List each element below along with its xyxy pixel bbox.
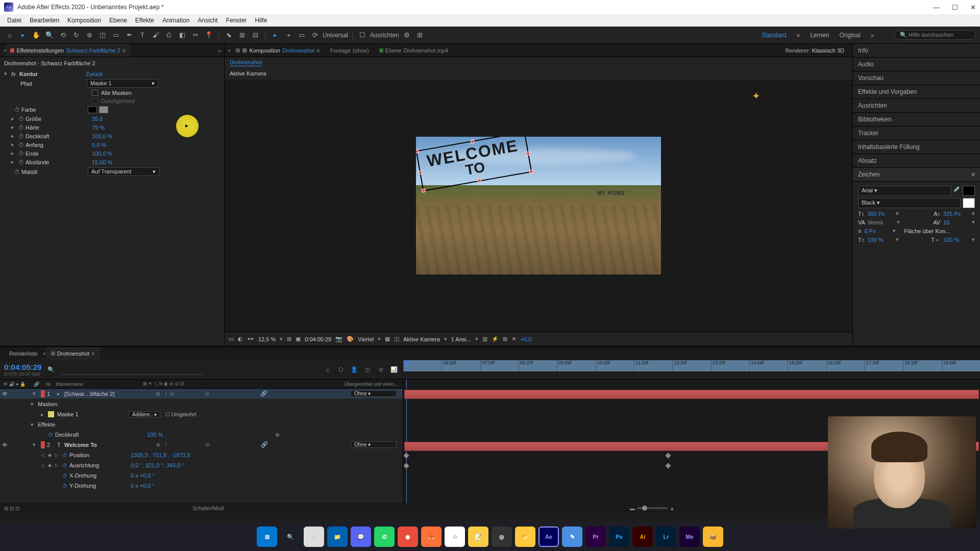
firefox-icon[interactable]: 🦊	[421, 527, 442, 547]
effects-presets-panel[interactable]: Effekte und Vorgaben	[853, 85, 980, 99]
layer-tab[interactable]: Ebene Drohnenshot.mp4	[374, 44, 453, 57]
malstil-dropdown[interactable]: Auf Transparent▾	[88, 167, 159, 176]
twirl-icon[interactable]: ▾	[33, 441, 39, 448]
font-size-value[interactable]: 300 Px	[867, 211, 893, 217]
snapshot-icon[interactable]: 📷	[335, 336, 342, 342]
stopwatch-icon[interactable]: ⏱	[14, 107, 21, 113]
stopwatch-icon[interactable]: ⏱	[62, 483, 69, 489]
stopwatch-icon[interactable]: ⏱	[18, 124, 26, 131]
stopwatch-icon[interactable]: ⏱	[18, 151, 26, 157]
menu-fenster[interactable]: Fenster	[222, 17, 251, 24]
current-timecode[interactable]: 0:04:05:29	[4, 363, 41, 371]
layer-color-tag[interactable]	[41, 441, 45, 448]
views-dropdown[interactable]: 1 Ansi...	[451, 336, 471, 342]
position-value[interactable]: 1305,3 , 751,8 , -1873,5	[131, 452, 190, 458]
snap-grid-icon[interactable]: ⊞	[414, 30, 426, 41]
menu-bearbeiten[interactable]: Bearbeiten	[26, 17, 63, 24]
camera-tool[interactable]: ⊕	[84, 30, 95, 41]
stopwatch-icon[interactable]: ⏱	[18, 142, 26, 148]
twirl-icon[interactable]: ▸	[11, 159, 18, 165]
folder-icon[interactable]: 📂	[515, 527, 535, 547]
composition-tab[interactable]: ▦ Komposition Drohnenshot ≡	[231, 44, 325, 57]
render-queue-tab[interactable]: Renderliste	[4, 347, 43, 360]
app-icon[interactable]: ✎	[562, 527, 582, 547]
eyedropper-icon[interactable]: 💉	[953, 186, 961, 196]
font-family-dropdown[interactable]: Arial ▾	[858, 186, 951, 196]
close-button[interactable]: ✕	[970, 4, 976, 11]
keyframe[interactable]	[403, 453, 409, 458]
pfad-dropdown[interactable]: Maske 1▾	[87, 79, 158, 88]
orientation-value[interactable]: 0,0 °, 321,0 °, 345,0 °	[131, 462, 184, 468]
shy-icon[interactable]: 👤	[349, 365, 359, 375]
discord-icon[interactable]: 💬	[351, 527, 371, 547]
light-icon[interactable]: ✦	[752, 90, 761, 102]
stroke-swatch[interactable]	[963, 198, 975, 208]
timeline-icon[interactable]: ⊞	[503, 336, 507, 342]
roto-tool[interactable]: ✂	[190, 30, 201, 41]
invert-checkbox[interactable]: ☐ Umgekehrt	[165, 412, 197, 417]
ende-value[interactable]: 100,0 %	[92, 151, 112, 157]
libraries-panel[interactable]: Bibliotheken	[853, 113, 980, 127]
app-icon[interactable]: 📦	[703, 527, 723, 547]
layer-row-1[interactable]: 👁 ▾ 1 ▪ [Schwar…bfläche 2] ⊞ / fx ⊙ 🔗 Oh…	[0, 389, 403, 399]
menu-effekte[interactable]: Effekte	[131, 17, 158, 24]
menu-ansicht[interactable]: Ansicht	[193, 17, 222, 24]
stopwatch-icon[interactable]: ⏱	[18, 159, 26, 165]
keyframe[interactable]	[665, 463, 671, 468]
color-swatch-gray[interactable]	[99, 106, 108, 113]
help-search[interactable]: 🔍 Hilfe durchsuchen	[894, 30, 976, 40]
add-keyframe-icon[interactable]: ◆	[48, 453, 55, 458]
opacity-value[interactable]: 100 %	[147, 432, 163, 438]
puppet-tool[interactable]: 📍	[203, 30, 214, 41]
notes-icon[interactable]: 📝	[468, 527, 488, 547]
audio-panel[interactable]: Audio	[853, 58, 980, 71]
camera-dropdown[interactable]: Aktive Kamera	[403, 336, 440, 342]
selection-tool[interactable]: ▸	[17, 30, 29, 41]
color-swatch-black[interactable]	[88, 106, 97, 113]
content-aware-panel[interactable]: Inhaltsbasierte Füllung	[853, 140, 980, 154]
next-keyframe-icon[interactable]: ▷	[55, 453, 62, 458]
twirl-icon[interactable]: ▾	[4, 70, 11, 77]
tracking-value[interactable]: 10	[943, 219, 969, 226]
pan-behind-tool[interactable]: ◫	[97, 30, 108, 41]
mask-name[interactable]: Maske 1	[57, 411, 118, 417]
stopwatch-icon[interactable]: ⏱	[62, 463, 69, 468]
layer-name[interactable]: Welcome To	[64, 442, 156, 448]
info-panel[interactable]: Info	[853, 44, 980, 58]
reset-link[interactable]: Zurück	[86, 71, 103, 77]
refresh-icon[interactable]: ⟳	[309, 30, 321, 41]
align-panel[interactable]: Ausrichten	[853, 99, 980, 113]
layer-color-tag[interactable]	[41, 390, 45, 397]
fx-icon[interactable]: fx	[11, 71, 19, 77]
stopwatch-icon[interactable]: ⏱	[48, 432, 55, 438]
start-button[interactable]: ⊞	[257, 527, 277, 547]
twirl-icon[interactable]: ▸	[11, 133, 18, 139]
zoom-dropdown[interactable]: 12,5 %	[258, 336, 276, 342]
composition-viewport[interactable]: ✦ WELCOME TO MY HOME	[225, 80, 852, 332]
text-tool[interactable]: T	[137, 30, 148, 41]
workspace-standard[interactable]: Standard	[762, 32, 787, 39]
abstaende-value[interactable]: 15,00 %	[92, 159, 112, 165]
eraser-tool[interactable]: ◧	[177, 30, 188, 41]
workspace-lernen[interactable]: Lernen	[810, 32, 829, 39]
exposure-icon[interactable]: ☀	[511, 336, 517, 342]
comp-flowchart-icon[interactable]: ⎌	[323, 365, 333, 375]
resolution-icon[interactable]: ⊞	[287, 336, 291, 342]
menu-datei[interactable]: Datei	[3, 17, 26, 24]
visibility-toggle[interactable]: 👁	[2, 391, 10, 397]
hand-tool[interactable]: ✋	[31, 30, 42, 41]
stopwatch-icon[interactable]: ⏱	[18, 133, 26, 139]
menu-komposition[interactable]: Komposition	[63, 17, 105, 24]
alle-masken-checkbox[interactable]	[92, 90, 98, 96]
menu-hilfe[interactable]: Hilfe	[251, 17, 271, 24]
keyframe[interactable]	[403, 463, 409, 468]
snap-checkbox[interactable]: ☐	[357, 30, 368, 41]
layer-name[interactable]: [Schwar…bfläche 2]	[64, 391, 156, 397]
font-style-dropdown[interactable]: Black ▾	[858, 198, 961, 208]
rect-icon[interactable]: ▭	[296, 30, 307, 41]
graph-editor-icon[interactable]: 📊	[389, 365, 399, 375]
whatsapp-icon[interactable]: ✆	[374, 527, 395, 547]
effect-controls-tab[interactable]: Effekteinstellungen Schwarz Farbfläche 2…	[6, 44, 130, 57]
menu-animation[interactable]: Animation	[158, 17, 193, 24]
stroke-width-value[interactable]: 0 Px	[864, 228, 890, 234]
